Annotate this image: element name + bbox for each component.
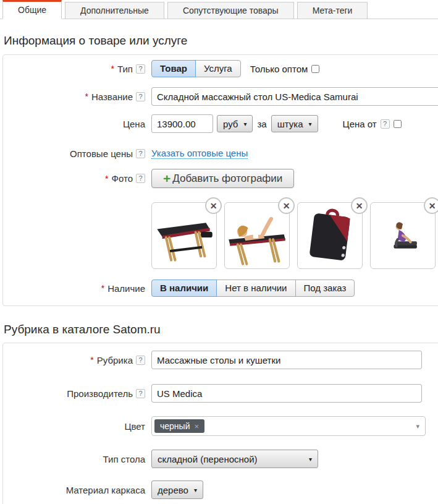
delete-photo-icon[interactable]: ✕ bbox=[278, 197, 295, 214]
table-type-select[interactable]: складной (переносной) ▾ bbox=[151, 450, 318, 468]
plus-icon: + bbox=[163, 172, 171, 185]
color-tag: черный × bbox=[154, 419, 204, 433]
required-asterisk: * bbox=[101, 283, 104, 293]
field-row-manufacturer: Производитель ? bbox=[3, 384, 438, 403]
required-asterisk: * bbox=[85, 92, 88, 101]
help-icon[interactable]: ? bbox=[136, 64, 145, 74]
help-icon[interactable]: ? bbox=[381, 119, 390, 129]
wholesale-only-checkbox[interactable] bbox=[311, 65, 319, 73]
remove-tag-icon[interactable]: × bbox=[194, 422, 199, 430]
frame-material-select[interactable]: дерево ▾ bbox=[151, 481, 203, 499]
availability-in-stock-button[interactable]: В наличии bbox=[151, 280, 217, 297]
carry-case-photo bbox=[298, 203, 362, 268]
field-row-color: Цвет черный × ▾ bbox=[3, 416, 438, 436]
section-heading-catalog: Рубрика в каталоге Satom.ru bbox=[4, 323, 438, 336]
required-asterisk: * bbox=[105, 174, 108, 184]
delete-photo-icon[interactable]: ✕ bbox=[205, 197, 222, 214]
field-row-type: * Тип ? Товар Услуга Только оптом bbox=[3, 60, 438, 77]
name-label: * Название ? bbox=[3, 92, 145, 102]
photo-thumbnail-1[interactable]: ✕ bbox=[151, 202, 217, 269]
help-icon[interactable]: ? bbox=[136, 149, 145, 158]
rubric-input[interactable] bbox=[151, 351, 422, 369]
wholesale-only-label: Только оптом bbox=[250, 64, 308, 74]
color-multiselect[interactable]: черный × ▾ bbox=[151, 416, 426, 436]
price-label: Цена bbox=[3, 119, 145, 129]
tab-meta-tags[interactable]: Мета-теги bbox=[297, 2, 368, 19]
price-input[interactable] bbox=[151, 114, 213, 133]
availability-out-of-stock-button[interactable]: Нет в наличии bbox=[216, 280, 295, 297]
chevron-down-icon: ▾ bbox=[243, 121, 246, 127]
type-label: * Тип ? bbox=[3, 64, 145, 74]
tab-general[interactable]: Общие bbox=[2, 0, 62, 19]
required-asterisk: * bbox=[111, 64, 114, 74]
add-photos-button[interactable]: + Добавить фотографии bbox=[151, 169, 294, 188]
chevron-down-icon: ▾ bbox=[309, 121, 312, 127]
frame-material-label: Материал каркаса bbox=[3, 485, 145, 495]
price-from-label: Цена от bbox=[343, 119, 377, 129]
set-wholesale-prices-link[interactable]: Указать оптовые цены bbox=[151, 148, 248, 159]
field-row-photo: * Фото ? + Добавить фотографии bbox=[3, 169, 438, 188]
field-row-name: * Название ? bbox=[3, 87, 438, 106]
help-icon[interactable]: ? bbox=[136, 389, 145, 398]
field-row-wholesale-prices: Оптовые цены ? Указать оптовые цены bbox=[3, 148, 438, 159]
model-on-table-photo bbox=[225, 203, 289, 268]
catalog-panel: * Рубрика ? Производитель ? Цвет черный … bbox=[2, 343, 438, 504]
currency-select[interactable]: руб ▾ bbox=[217, 115, 253, 132]
type-toggle-group: Товар Услуга bbox=[151, 60, 241, 77]
manufacturer-label: Производитель ? bbox=[3, 388, 145, 399]
massage-table-side-photo bbox=[152, 203, 216, 268]
table-type-label: Тип стола bbox=[3, 454, 145, 464]
tab-related-products[interactable]: Сопутствующие товары bbox=[167, 2, 294, 19]
name-input[interactable] bbox=[151, 87, 438, 106]
price-from-checkbox[interactable] bbox=[394, 120, 402, 128]
chevron-down-icon: ▾ bbox=[309, 456, 312, 463]
unit-select[interactable]: штука ▾ bbox=[271, 115, 318, 132]
folding-table-photo bbox=[371, 203, 435, 268]
manufacturer-input[interactable] bbox=[151, 384, 422, 403]
availability-toggle-group: В наличии Нет в наличии Под заказ bbox=[151, 280, 355, 297]
photo-label: * Фото ? bbox=[3, 173, 145, 184]
tab-additional[interactable]: Дополнительные bbox=[65, 2, 164, 19]
type-service-button[interactable]: Услуга bbox=[195, 60, 241, 77]
availability-label: * Наличие bbox=[3, 283, 145, 294]
required-asterisk: * bbox=[90, 355, 93, 365]
field-row-frame-material: Материал каркаса дерево ▾ bbox=[3, 481, 438, 499]
product-info-panel: * Тип ? Товар Услуга Только оптом * Назв… bbox=[2, 54, 438, 306]
help-icon[interactable]: ? bbox=[136, 356, 145, 365]
delete-photo-icon[interactable]: ✕ bbox=[351, 197, 368, 214]
rubric-label: * Рубрика ? bbox=[3, 355, 145, 365]
photo-thumbnail-4[interactable]: ✕ bbox=[370, 202, 436, 269]
field-row-rubric: * Рубрика ? bbox=[3, 351, 438, 369]
field-row-table-type: Тип стола складной (переносной) ▾ bbox=[3, 450, 438, 468]
help-icon[interactable]: ? bbox=[136, 92, 145, 101]
photo-thumbnail-2[interactable]: ✕ bbox=[224, 202, 290, 269]
delete-photo-icon[interactable]: ✕ bbox=[424, 197, 438, 214]
chevron-down-icon[interactable]: ▾ bbox=[416, 422, 419, 430]
availability-on-order-button[interactable]: Под заказ bbox=[295, 280, 355, 297]
wholesale-prices-label: Оптовые цены ? bbox=[3, 148, 145, 159]
type-product-button[interactable]: Товар bbox=[151, 60, 196, 77]
field-row-price: Цена руб ▾ за штука ▾ Цена от ? bbox=[3, 114, 438, 133]
photo-thumbnails-row: ✕ ✕ bbox=[3, 198, 438, 269]
section-heading-product-info: Информация о товаре или услуге bbox=[4, 34, 438, 48]
per-label: за bbox=[257, 119, 266, 129]
help-icon[interactable]: ? bbox=[136, 174, 145, 183]
chevron-down-icon: ▾ bbox=[194, 487, 197, 493]
field-row-availability: * Наличие В наличии Нет в наличии Под за… bbox=[3, 280, 438, 297]
tab-bar: Общие Дополнительные Сопутствующие товар… bbox=[0, 0, 438, 19]
photo-thumbnail-3[interactable]: ✕ bbox=[297, 202, 363, 269]
color-label: Цвет bbox=[3, 421, 145, 432]
